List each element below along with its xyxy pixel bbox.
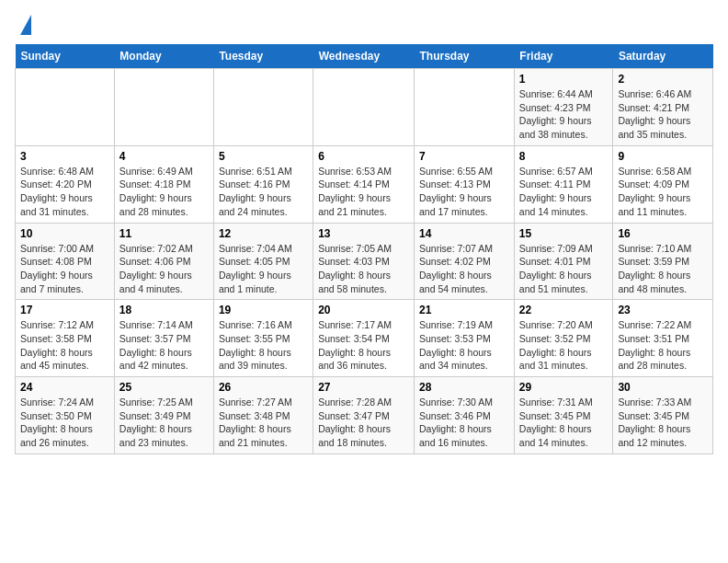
calendar-cell: 13Sunrise: 7:05 AM Sunset: 4:03 PM Dayli… (313, 223, 415, 300)
calendar-cell (114, 69, 213, 146)
calendar-week-row: 24Sunrise: 7:24 AM Sunset: 3:50 PM Dayli… (16, 377, 713, 454)
calendar-week-row: 17Sunrise: 7:12 AM Sunset: 3:58 PM Dayli… (16, 300, 713, 377)
day-number: 9 (618, 150, 708, 163)
day-info: Sunrise: 7:12 AM Sunset: 3:58 PM Dayligh… (20, 318, 109, 373)
day-info: Sunrise: 6:46 AM Sunset: 4:21 PM Dayligh… (618, 87, 708, 142)
calendar-cell: 20Sunrise: 7:17 AM Sunset: 3:54 PM Dayli… (313, 300, 415, 377)
weekday-header: Friday (514, 44, 613, 69)
day-info: Sunrise: 6:53 AM Sunset: 4:14 PM Dayligh… (318, 165, 409, 219)
day-info: Sunrise: 7:33 AM Sunset: 3:45 PM Dayligh… (618, 396, 708, 450)
day-info: Sunrise: 7:27 AM Sunset: 3:48 PM Dayligh… (219, 396, 308, 450)
day-info: Sunrise: 6:58 AM Sunset: 4:09 PM Dayligh… (618, 165, 708, 219)
weekday-header-row: SundayMondayTuesdayWednesdayThursdayFrid… (16, 44, 713, 69)
calendar-cell (415, 69, 515, 146)
day-number: 6 (318, 150, 409, 163)
page-header (15, 15, 713, 35)
day-number: 22 (519, 304, 609, 316)
calendar-cell: 24Sunrise: 7:24 AM Sunset: 3:50 PM Dayli… (16, 377, 115, 454)
day-info: Sunrise: 7:10 AM Sunset: 3:59 PM Dayligh… (618, 242, 708, 296)
calendar-cell: 15Sunrise: 7:09 AM Sunset: 4:01 PM Dayli… (514, 223, 613, 300)
calendar-cell: 23Sunrise: 7:22 AM Sunset: 3:51 PM Dayli… (613, 300, 713, 377)
day-info: Sunrise: 7:19 AM Sunset: 3:53 PM Dayligh… (419, 318, 509, 373)
day-info: Sunrise: 7:09 AM Sunset: 4:01 PM Dayligh… (519, 242, 609, 296)
calendar-cell: 2Sunrise: 6:46 AM Sunset: 4:21 PM Daylig… (613, 69, 713, 146)
calendar-cell: 30Sunrise: 7:33 AM Sunset: 3:45 PM Dayli… (613, 377, 713, 454)
day-number: 15 (519, 227, 609, 240)
day-number: 7 (419, 150, 509, 163)
day-info: Sunrise: 7:24 AM Sunset: 3:50 PM Dayligh… (20, 396, 109, 450)
day-number: 14 (419, 227, 509, 240)
calendar-cell: 29Sunrise: 7:31 AM Sunset: 3:45 PM Dayli… (514, 377, 613, 454)
day-info: Sunrise: 6:55 AM Sunset: 4:13 PM Dayligh… (419, 165, 509, 219)
day-info: Sunrise: 6:48 AM Sunset: 4:20 PM Dayligh… (20, 165, 109, 219)
day-number: 23 (618, 304, 708, 316)
calendar-cell (16, 69, 115, 146)
calendar-cell: 6Sunrise: 6:53 AM Sunset: 4:14 PM Daylig… (313, 145, 415, 223)
calendar-cell: 28Sunrise: 7:30 AM Sunset: 3:46 PM Dayli… (415, 377, 515, 454)
day-number: 21 (419, 304, 509, 316)
day-number: 30 (618, 381, 708, 394)
day-info: Sunrise: 7:00 AM Sunset: 4:08 PM Dayligh… (20, 242, 109, 296)
day-info: Sunrise: 7:17 AM Sunset: 3:54 PM Dayligh… (318, 318, 409, 373)
day-number: 25 (119, 381, 209, 394)
day-number: 26 (219, 381, 308, 394)
calendar-cell (313, 69, 415, 146)
day-info: Sunrise: 6:44 AM Sunset: 4:23 PM Dayligh… (519, 87, 609, 142)
logo (15, 15, 31, 35)
day-number: 3 (20, 150, 109, 163)
day-info: Sunrise: 6:49 AM Sunset: 4:18 PM Dayligh… (119, 165, 209, 219)
logo-triangle-icon (20, 15, 31, 35)
calendar-cell: 4Sunrise: 6:49 AM Sunset: 4:18 PM Daylig… (114, 145, 213, 223)
calendar-cell: 19Sunrise: 7:16 AM Sunset: 3:55 PM Dayli… (213, 300, 313, 377)
calendar-cell: 5Sunrise: 6:51 AM Sunset: 4:16 PM Daylig… (213, 145, 313, 223)
weekday-header: Tuesday (213, 44, 313, 69)
day-number: 2 (618, 73, 708, 86)
day-number: 24 (20, 381, 109, 394)
calendar-cell: 11Sunrise: 7:02 AM Sunset: 4:06 PM Dayli… (114, 223, 213, 300)
calendar-week-row: 10Sunrise: 7:00 AM Sunset: 4:08 PM Dayli… (16, 223, 713, 300)
day-number: 19 (219, 304, 308, 316)
day-number: 13 (318, 227, 409, 240)
day-info: Sunrise: 7:02 AM Sunset: 4:06 PM Dayligh… (119, 242, 209, 296)
weekday-header: Saturday (613, 44, 713, 69)
day-number: 17 (20, 304, 109, 316)
day-info: Sunrise: 7:22 AM Sunset: 3:51 PM Dayligh… (618, 318, 708, 373)
calendar-cell: 9Sunrise: 6:58 AM Sunset: 4:09 PM Daylig… (613, 145, 713, 223)
calendar-table: SundayMondayTuesdayWednesdayThursdayFrid… (15, 44, 713, 454)
weekday-header: Sunday (16, 44, 115, 69)
day-info: Sunrise: 6:51 AM Sunset: 4:16 PM Dayligh… (219, 165, 308, 219)
day-number: 20 (318, 304, 409, 316)
day-info: Sunrise: 7:31 AM Sunset: 3:45 PM Dayligh… (519, 396, 609, 450)
calendar-cell: 1Sunrise: 6:44 AM Sunset: 4:23 PM Daylig… (514, 69, 613, 146)
day-number: 8 (519, 150, 609, 163)
day-number: 11 (119, 227, 209, 240)
calendar-cell: 8Sunrise: 6:57 AM Sunset: 4:11 PM Daylig… (514, 145, 613, 223)
calendar-cell: 14Sunrise: 7:07 AM Sunset: 4:02 PM Dayli… (415, 223, 515, 300)
day-info: Sunrise: 7:20 AM Sunset: 3:52 PM Dayligh… (519, 318, 609, 373)
calendar-week-row: 1Sunrise: 6:44 AM Sunset: 4:23 PM Daylig… (16, 69, 713, 146)
day-number: 29 (519, 381, 609, 394)
calendar-cell: 25Sunrise: 7:25 AM Sunset: 3:49 PM Dayli… (114, 377, 213, 454)
day-number: 28 (419, 381, 509, 394)
day-number: 10 (20, 227, 109, 240)
calendar-cell: 22Sunrise: 7:20 AM Sunset: 3:52 PM Dayli… (514, 300, 613, 377)
day-info: Sunrise: 7:04 AM Sunset: 4:05 PM Dayligh… (219, 242, 308, 296)
weekday-header: Thursday (415, 44, 515, 69)
calendar-cell: 7Sunrise: 6:55 AM Sunset: 4:13 PM Daylig… (415, 145, 515, 223)
day-number: 12 (219, 227, 308, 240)
weekday-header: Wednesday (313, 44, 415, 69)
day-number: 16 (618, 227, 708, 240)
day-info: Sunrise: 7:16 AM Sunset: 3:55 PM Dayligh… (219, 318, 308, 373)
weekday-header: Monday (114, 44, 213, 69)
day-number: 5 (219, 150, 308, 163)
calendar-cell (213, 69, 313, 146)
day-number: 1 (519, 73, 609, 86)
day-info: Sunrise: 7:14 AM Sunset: 3:57 PM Dayligh… (119, 318, 209, 373)
calendar-cell: 18Sunrise: 7:14 AM Sunset: 3:57 PM Dayli… (114, 300, 213, 377)
calendar-cell: 12Sunrise: 7:04 AM Sunset: 4:05 PM Dayli… (213, 223, 313, 300)
calendar-cell: 3Sunrise: 6:48 AM Sunset: 4:20 PM Daylig… (16, 145, 115, 223)
day-info: Sunrise: 7:28 AM Sunset: 3:47 PM Dayligh… (318, 396, 409, 450)
day-info: Sunrise: 6:57 AM Sunset: 4:11 PM Dayligh… (519, 165, 609, 219)
day-number: 27 (318, 381, 409, 394)
day-info: Sunrise: 7:25 AM Sunset: 3:49 PM Dayligh… (119, 396, 209, 450)
